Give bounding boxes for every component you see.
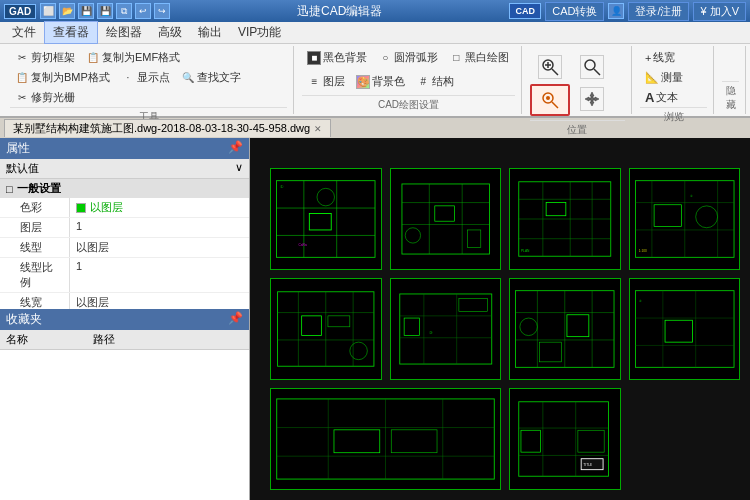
layer-label: 图层 <box>0 218 70 237</box>
properties-body: □ 一般设置 色彩 以图层 图层 1 线型 以图层 线型比例 1 <box>0 179 249 309</box>
bw-draw-btn[interactable]: □ 黑白绘图 <box>444 48 514 67</box>
clip-icon: ✂ <box>15 51 29 65</box>
doc-tab-close[interactable]: ✕ <box>314 124 322 134</box>
find-text-btn[interactable]: 🔍 查找文字 <box>176 68 246 87</box>
black-bg-icon: ■ <box>307 51 321 65</box>
zoom-fit-btn[interactable] <box>572 52 612 82</box>
doc-tabs: 某别墅结构构建筑施工图.dwg-2018-08-03-18-30-45-958.… <box>0 118 750 138</box>
text-btn[interactable]: A 文本 <box>640 88 683 107</box>
title-bar-icons: ⬜ 📂 💾 💾 ⧉ ↩ ↪ <box>40 3 170 19</box>
svg-text:②: ② <box>690 194 693 198</box>
prop-row-linewidth: 线宽 以图层 <box>0 293 249 309</box>
collapse-btn[interactable]: ∨ <box>235 161 243 176</box>
zoom-search-btn[interactable] <box>530 84 570 116</box>
copy-bmp-btn[interactable]: 📋 复制为BMP格式 <box>10 68 115 87</box>
layer-value: 1 <box>70 218 249 237</box>
pan-btn[interactable] <box>572 84 612 116</box>
cad-settings-label: CAD绘图设置 <box>302 95 514 112</box>
cad-drawing-4: ② 1:100 <box>629 168 741 270</box>
favorites-pin[interactable]: 📌 <box>228 311 243 328</box>
prop-row-color: 色彩 以图层 <box>0 198 249 218</box>
position-buttons <box>530 48 625 120</box>
canvas-area: ① CaRa <box>250 138 750 500</box>
properties-subheader: 默认值 ∨ <box>0 159 249 179</box>
svg-text:①: ① <box>280 184 284 189</box>
svg-point-8 <box>546 96 550 100</box>
zoom-in-icon <box>538 55 562 79</box>
cad-drawing-8: TITLE <box>509 388 621 490</box>
prop-row-layer: 图层 1 <box>0 218 249 238</box>
app-logo: GAD <box>4 4 36 19</box>
prop-row-linetype: 线型 以图层 <box>0 238 249 258</box>
zoom-in-btn[interactable] <box>530 52 570 82</box>
linewidth-value: 以图层 <box>70 293 249 309</box>
prop-row-linescale: 线型比例 1 <box>0 258 249 293</box>
redo-icon[interactable]: ↪ <box>154 3 170 19</box>
cad-drawing-5 <box>270 278 382 380</box>
show-point-btn[interactable]: · 显示点 <box>116 68 175 87</box>
arc-icon: ○ <box>378 51 392 65</box>
login-btn[interactable]: 登录/注册 <box>628 2 689 21</box>
cad-drawing-2 <box>390 168 502 270</box>
doc-tab-name: 某别墅结构构建筑施工图.dwg-2018-08-03-18-30-45-958.… <box>13 121 310 136</box>
menu-viewer[interactable]: 查看器 <box>44 21 98 44</box>
menu-draw[interactable]: 绘图器 <box>98 22 150 43</box>
menu-file[interactable]: 文件 <box>4 22 44 43</box>
open-icon[interactable]: 📂 <box>59 3 75 19</box>
favorites-title: 收藏夹 <box>6 311 42 328</box>
measure-btn[interactable]: 📐 测量 <box>640 68 688 87</box>
ribbon: ✂ 剪切框架 📋 复制为EMF格式 📋 复制为BMP格式 · 显示点 🔍 <box>0 44 750 118</box>
general-settings-label: 一般设置 <box>17 181 61 196</box>
svg-line-7 <box>552 102 558 108</box>
copy-emf-btn[interactable]: 📋 复制为EMF格式 <box>81 48 185 67</box>
svg-text:CaRa: CaRa <box>298 243 307 247</box>
trim-raster-btn[interactable]: ✂ 修剪光栅 <box>10 88 80 107</box>
copy-icon[interactable]: ⧉ <box>116 3 132 19</box>
black-bg-btn[interactable]: ■ 黑色背景 <box>302 48 372 67</box>
svg-text:④: ④ <box>638 299 641 303</box>
menu-vip[interactable]: VIP功能 <box>230 22 289 43</box>
pan-icon <box>580 87 604 111</box>
menu-advanced[interactable]: 高级 <box>150 22 190 43</box>
smooth-arc-btn[interactable]: ○ 圆滑弧形 <box>373 48 443 67</box>
bg-color-btn[interactable]: 🎨 背景色 <box>351 72 410 91</box>
title-bar-right: CAD CAD转换 👤 登录/注册 ¥ 加入V <box>509 2 746 21</box>
user-icon: 👤 <box>608 3 624 19</box>
hidden-buttons <box>722 48 739 81</box>
properties-header: 属性 📌 <box>0 138 249 159</box>
clip-frame-btn[interactable]: ✂ 剪切框架 <box>10 48 80 67</box>
title-bar: GAD ⬜ 📂 💾 💾 ⧉ ↩ ↪ 迅捷CAD编辑器 CAD CAD转换 👤 登… <box>0 0 750 22</box>
svg-text:PLAN: PLAN <box>521 249 530 253</box>
undo-icon[interactable]: ↩ <box>135 3 151 19</box>
saveas-icon[interactable]: 💾 <box>97 3 113 19</box>
properties-title: 属性 <box>6 140 30 157</box>
cad-drawing-3: PLAN <box>509 168 621 270</box>
favorites-columns: 名称 路径 <box>0 330 249 350</box>
bw-icon: □ <box>449 51 463 65</box>
col-path: 路径 <box>87 330 249 349</box>
properties-pin[interactable]: 📌 <box>228 140 243 157</box>
copy-emf-icon: 📋 <box>86 51 100 65</box>
ribbon-content: ✂ 剪切框架 📋 复制为EMF格式 📋 复制为BMP格式 · 显示点 🔍 <box>0 44 750 116</box>
default-value-label: 默认值 <box>6 161 39 176</box>
cad-drawings-grid: ① CaRa <box>270 168 740 490</box>
save-icon[interactable]: 💾 <box>78 3 94 19</box>
menu-bar: 文件 查看器 绘图器 高级 输出 VIP功能 <box>0 22 750 44</box>
layer-btn[interactable]: ≡ 图层 <box>302 72 350 91</box>
linetype-label: 线型 <box>0 238 70 257</box>
zoom-search-icon <box>538 88 562 112</box>
ribbon-group-browse: + 线宽 📐 测量 A 文本 浏览 <box>634 46 714 114</box>
hidden-label: 隐藏 <box>722 81 739 112</box>
trim-icon: ✂ <box>15 91 29 105</box>
structure-btn[interactable]: # 结构 <box>411 72 459 91</box>
doc-tab[interactable]: 某别墅结构构建筑施工图.dwg-2018-08-03-18-30-45-958.… <box>4 119 331 137</box>
cad-logo-icon: CAD <box>509 3 541 19</box>
cad-convert-btn[interactable]: CAD转换 <box>545 2 604 21</box>
menu-output[interactable]: 输出 <box>190 22 230 43</box>
color-label: 色彩 <box>0 198 70 217</box>
join-btn[interactable]: ¥ 加入V <box>693 2 746 21</box>
linetype-value: 以图层 <box>70 238 249 257</box>
new-icon[interactable]: ⬜ <box>40 3 56 19</box>
title-bar-left: GAD ⬜ 📂 💾 💾 ⧉ ↩ ↪ <box>4 3 170 19</box>
linewidth-btn[interactable]: + 线宽 <box>640 48 680 67</box>
